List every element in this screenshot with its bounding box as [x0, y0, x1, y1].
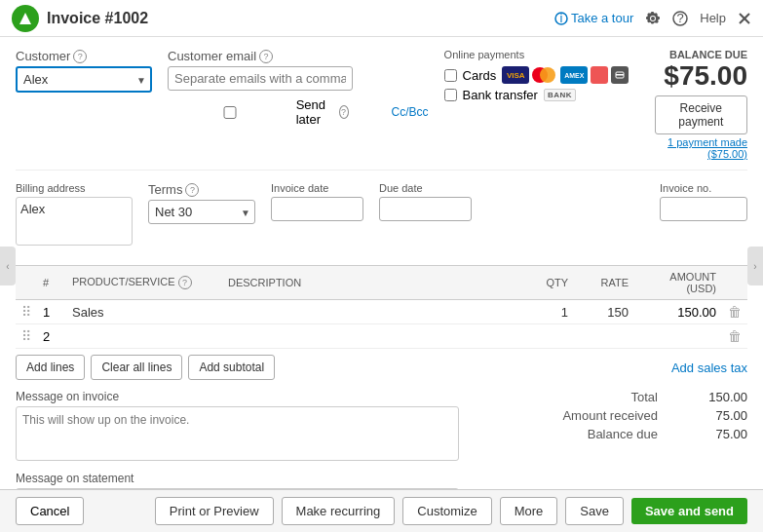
- totals-column: Total 150.00 Amount received 75.00 Balan…: [475, 390, 747, 489]
- footer: Cancel Print or Preview Make recurring C…: [0, 489, 763, 532]
- product-info-icon[interactable]: ?: [178, 276, 192, 289]
- rate-input[interactable]: [580, 329, 629, 344]
- save-button[interactable]: Save: [565, 497, 624, 525]
- due-date-group: Due date 01/07/2020: [379, 182, 472, 221]
- qty-cell[interactable]: [523, 324, 574, 349]
- drag-handle-icon[interactable]: ⠿: [21, 304, 31, 320]
- customer-group: Customer ? Alex ▼: [16, 49, 152, 93]
- online-payments-label: Online payments: [444, 49, 639, 60]
- customer-select[interactable]: Alex: [16, 66, 152, 93]
- add-lines-button[interactable]: Add lines: [16, 355, 85, 380]
- total-label: Total: [533, 390, 669, 404]
- description-cell[interactable]: [222, 300, 523, 324]
- rate-col-header: RATE: [574, 266, 634, 300]
- more-button[interactable]: More: [500, 497, 558, 525]
- description-col-header: DESCRIPTION: [222, 266, 523, 300]
- take-tour-link[interactable]: i Take a tour: [554, 11, 633, 25]
- amount-received-value: 75.00: [669, 408, 747, 423]
- billing-address-input[interactable]: Alex: [16, 197, 133, 246]
- balance-due-total-value: 75.00: [669, 427, 747, 441]
- make-recurring-button[interactable]: Make recurring: [282, 497, 396, 525]
- description-cell[interactable]: [222, 324, 523, 349]
- qty-cell[interactable]: [523, 300, 574, 324]
- payment-made-link[interactable]: 1 payment made ($75.00): [655, 136, 747, 160]
- mastercard-icon: [532, 66, 557, 84]
- help-icon[interactable]: ?: [672, 11, 688, 26]
- rate-cell[interactable]: [574, 324, 634, 349]
- customer-email-label: Customer email ?: [168, 49, 429, 63]
- bank-badge: BANK: [544, 89, 576, 101]
- send-later-info-icon[interactable]: ?: [339, 105, 349, 119]
- customer-email-input[interactable]: [168, 66, 353, 91]
- drag-handle-cell: ⠿: [16, 300, 37, 324]
- terms-info-icon[interactable]: ?: [185, 183, 199, 197]
- product-input[interactable]: [72, 305, 216, 320]
- header: Invoice #1002 i Take a tour ? Help: [0, 0, 763, 37]
- row-num-cell: 2: [37, 324, 66, 349]
- settings-icon[interactable]: [645, 11, 661, 26]
- customer-info-icon[interactable]: ?: [73, 50, 87, 63]
- drag-handle-cell: ⠿: [16, 324, 37, 349]
- clear-all-button[interactable]: Clear all lines: [91, 355, 182, 380]
- amount-cell: 150.00: [634, 300, 722, 324]
- qty-input[interactable]: [529, 305, 568, 320]
- due-date-input[interactable]: 01/07/2020: [379, 197, 472, 221]
- balance-due-row: Balance due 75.00: [475, 427, 747, 441]
- due-date-label: Due date: [379, 182, 472, 194]
- right-panel-arrow[interactable]: ›: [747, 247, 763, 285]
- table-row: ⠿ 2 🗑: [16, 324, 747, 349]
- description-input[interactable]: [228, 305, 517, 320]
- product-cell[interactable]: [66, 324, 222, 349]
- email-info-icon[interactable]: ?: [259, 50, 273, 63]
- save-and-send-button[interactable]: Save and send: [631, 498, 747, 524]
- table-row: ⠿ 1 150.00 🗑: [16, 300, 747, 324]
- total-value: 150.00: [669, 390, 747, 404]
- delete-col-header: [722, 266, 747, 300]
- message-invoice-label: Message on invoice: [16, 390, 459, 403]
- product-input[interactable]: [72, 329, 216, 344]
- customize-button[interactable]: Customize: [402, 497, 491, 525]
- print-preview-button[interactable]: Print or Preview: [155, 497, 274, 525]
- row-num-cell: 1: [37, 300, 66, 324]
- send-later-row: Send later ? Cc/Bcc: [168, 97, 429, 127]
- rate-cell[interactable]: [574, 300, 634, 324]
- invoice-no-input[interactable]: 1002: [660, 197, 747, 221]
- bank-transfer-checkbox[interactable]: [444, 89, 457, 101]
- qty-col-header: QTY: [523, 266, 574, 300]
- drag-handle-icon[interactable]: ⠿: [21, 328, 31, 344]
- add-sales-tax-link[interactable]: Add sales tax: [671, 361, 747, 375]
- close-icon[interactable]: [738, 12, 751, 25]
- message-invoice-input[interactable]: [16, 406, 459, 461]
- invoice-date-label: Invoice date: [271, 182, 363, 194]
- bank-transfer-option: Bank transfer BANK: [444, 88, 639, 102]
- cards-checkbox[interactable]: [444, 69, 457, 82]
- rate-input[interactable]: [580, 305, 629, 320]
- table-action-row: Add lines Clear all lines Add subtotal A…: [16, 355, 747, 380]
- left-panel-arrow[interactable]: ‹: [0, 247, 16, 285]
- product-col-header: PRODUCT/SERVICE ?: [66, 266, 222, 300]
- drag-col-header: [16, 266, 37, 300]
- cards-payment-option: Cards VISA AMEX: [444, 66, 639, 84]
- invoice-date-input[interactable]: 12/08/2019: [271, 197, 363, 221]
- online-payments-group: Online payments Cards VISA AMEX: [444, 49, 639, 102]
- delete-row-button[interactable]: 🗑: [728, 328, 742, 344]
- terms-select[interactable]: Net 30 Net 15 Due on receipt: [148, 200, 255, 224]
- description-input[interactable]: [228, 329, 517, 344]
- balance-due-total-label: Balance due: [533, 427, 669, 441]
- invoice-date-group: Invoice date 12/08/2019: [271, 182, 363, 221]
- main-content: Customer ? Alex ▼ Customer email ? Send …: [0, 37, 763, 489]
- add-subtotal-button[interactable]: Add subtotal: [188, 355, 275, 380]
- customer-label: Customer ?: [16, 49, 152, 63]
- delete-row-button[interactable]: 🗑: [728, 304, 742, 320]
- amex-icon: AMEX: [560, 66, 588, 84]
- receive-payment-button[interactable]: Receive payment: [655, 95, 747, 134]
- product-cell[interactable]: [66, 300, 222, 324]
- qty-input[interactable]: [529, 329, 568, 344]
- help-label: Help: [700, 11, 726, 25]
- visa-icon: VISA: [502, 66, 529, 84]
- send-later-label: Send later: [296, 97, 335, 127]
- send-later-checkbox[interactable]: [168, 106, 292, 119]
- customer-input-wrap: Alex ▼: [16, 66, 152, 93]
- cancel-button[interactable]: Cancel: [16, 497, 84, 525]
- cobcc-link[interactable]: Cc/Bcc: [392, 105, 429, 119]
